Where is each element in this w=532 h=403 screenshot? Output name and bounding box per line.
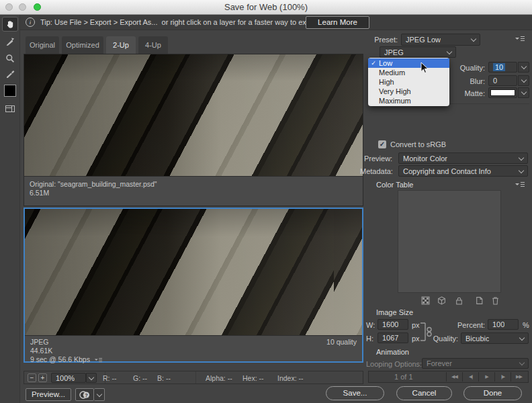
- frame-counter: 1 of 1: [394, 373, 413, 381]
- divider: [195, 371, 196, 384]
- optimized-quality-note: 10 quality: [326, 338, 357, 347]
- slice-select-tool-button[interactable]: [2, 34, 18, 49]
- blur-slider-button[interactable]: [518, 75, 529, 86]
- convert-srgb-label: Convert to sRGB: [390, 140, 446, 149]
- menu-item-high[interactable]: High: [368, 77, 449, 87]
- optimized-preview-label: JPEG 44.61K 9 sec @ 56.6 Kbps 10 quality: [25, 335, 362, 361]
- percent-field[interactable]: 100: [488, 319, 519, 330]
- tab-original[interactable]: Original: [26, 36, 59, 54]
- chevron-down-icon: [519, 360, 525, 365]
- browser-icon: ?: [79, 390, 90, 400]
- blur-label: Blur:: [443, 77, 485, 86]
- zoom-out-button[interactable]: −: [28, 373, 36, 382]
- height-field[interactable]: 1067: [378, 332, 408, 343]
- width-label: W:: [366, 321, 375, 330]
- preview-in-browser-button[interactable]: Preview...: [26, 388, 71, 401]
- toggle-slices-visibility-button[interactable]: [2, 101, 18, 116]
- height-label: H:: [366, 334, 373, 343]
- next-frame-button[interactable]: |▶: [494, 372, 511, 382]
- convert-srgb-checkbox[interactable]: ✓: [378, 140, 386, 148]
- preview-dropdown[interactable]: Monitor Color: [398, 152, 528, 164]
- preset-dropdown[interactable]: JPEG Low: [401, 34, 480, 46]
- browser-select-button[interactable]: ?: [75, 388, 94, 401]
- tip-bar: i Tip: Use File > Export > Export As... …: [20, 15, 532, 30]
- checkmark-icon: ✓: [368, 60, 379, 66]
- color-table-menu-icon[interactable]: [515, 181, 525, 188]
- metadata-dropdown[interactable]: Copyright and Contact Info: [398, 165, 528, 177]
- tab-2up[interactable]: 2-Up: [106, 36, 136, 54]
- zoom-level-field[interactable]: 100%: [51, 373, 86, 383]
- format-dropdown[interactable]: JPEG: [380, 46, 456, 58]
- tip-text: Tip: Use File > Export > Export As... or…: [40, 18, 343, 26]
- tab-4up[interactable]: 4-Up: [138, 36, 168, 54]
- resample-quality-label: Quality:: [430, 334, 458, 343]
- cancel-button[interactable]: Cancel: [396, 386, 452, 400]
- slices-visibility-icon: [5, 104, 15, 114]
- save-button[interactable]: Save...: [326, 386, 384, 400]
- zoom-level-dropdown-button[interactable]: [86, 373, 97, 383]
- menu-item-very-high[interactable]: Very High: [368, 87, 449, 96]
- original-preview-image[interactable]: [24, 54, 363, 176]
- lock-color-icon[interactable]: [455, 296, 463, 305]
- optimized-preview-image[interactable]: [25, 209, 362, 335]
- done-button[interactable]: Done: [463, 386, 522, 400]
- matte-dropdown-button[interactable]: [518, 87, 529, 98]
- magnifier-icon: [5, 54, 15, 63]
- zoom-in-button[interactable]: +: [38, 373, 47, 382]
- eyedropper-icon: [5, 70, 15, 79]
- status-bar: − + 100% R:-- G:-- B:-- Alpha:-- Hex:-- …: [24, 371, 363, 384]
- red-value: --: [112, 374, 117, 382]
- learn-more-button[interactable]: Learn More: [306, 16, 369, 29]
- web-shift-cube-icon[interactable]: [437, 296, 446, 305]
- original-preview-pane[interactable]: Original: "seagram_building_master.psd" …: [24, 54, 363, 206]
- looping-options-dropdown[interactable]: Forever: [422, 358, 529, 369]
- matte-swatch-field[interactable]: [488, 87, 517, 98]
- index-value: --: [299, 374, 304, 382]
- quality-field[interactable]: 10: [488, 62, 517, 73]
- blue-value: --: [166, 374, 171, 382]
- last-frame-button[interactable]: ▶▶: [511, 372, 527, 382]
- snap-web-palette-icon[interactable]: [421, 296, 430, 305]
- hex-value: --: [259, 374, 264, 382]
- preset-panel-menu-icon[interactable]: [515, 36, 525, 42]
- color-table-swatches[interactable]: [398, 190, 501, 293]
- chevron-down-icon: [519, 167, 524, 173]
- width-field[interactable]: 1600: [378, 319, 408, 330]
- previous-frame-button[interactable]: ◀|: [462, 372, 478, 382]
- zoom-window-button[interactable]: [34, 3, 41, 11]
- frame-navigation-strip: 1 of 1 ◀◀ ◀| ▶ |▶ ▶▶: [368, 371, 529, 383]
- first-frame-button[interactable]: ◀◀: [446, 372, 462, 382]
- menu-item-maximum[interactable]: Maximum: [368, 96, 449, 105]
- tool-strip: [0, 15, 20, 403]
- delete-color-icon[interactable]: [491, 296, 500, 305]
- eyedropper-color-swatch[interactable]: [4, 85, 16, 97]
- minimize-window-button[interactable]: [19, 3, 26, 11]
- eyedropper-tool-button[interactable]: [2, 67, 18, 82]
- preview-options-menu-icon[interactable]: [94, 357, 103, 363]
- quality-slider-button[interactable]: [518, 62, 529, 73]
- browser-dropdown-button[interactable]: [94, 388, 105, 401]
- tab-optimized[interactable]: Optimized: [62, 36, 103, 54]
- original-filesize: 6.51M: [30, 189, 357, 197]
- menu-item-low[interactable]: ✓ Low: [368, 58, 449, 68]
- hand-tool-button[interactable]: [2, 17, 18, 32]
- metadata-label: Metadata:: [360, 167, 393, 176]
- titlebar: Save for Web (100%): [0, 0, 532, 15]
- quality-preset-popup-menu: ✓ Low Medium High Very High Maximum: [368, 58, 449, 106]
- window-title: Save for Web (100%): [0, 0, 532, 14]
- blur-field[interactable]: 0: [488, 75, 517, 86]
- new-color-icon[interactable]: [475, 296, 484, 305]
- play-button[interactable]: ▶: [478, 372, 494, 382]
- optimized-preview-pane[interactable]: JPEG 44.61K 9 sec @ 56.6 Kbps 10 quality: [24, 208, 363, 363]
- resample-quality-dropdown[interactable]: Bicubic: [461, 332, 529, 344]
- index-label: Index:: [277, 374, 297, 382]
- optimized-download-rate: 9 sec @ 56.6 Kbps: [30, 355, 90, 364]
- green-value: --: [142, 374, 147, 382]
- close-window-button[interactable]: [5, 3, 13, 11]
- optimized-format: JPEG: [30, 338, 357, 347]
- quality-label: Quality:: [443, 64, 485, 73]
- chevron-down-icon: [471, 36, 476, 42]
- hand-icon: [5, 19, 15, 29]
- menu-item-medium[interactable]: Medium: [368, 68, 449, 77]
- zoom-tool-button[interactable]: [2, 51, 18, 66]
